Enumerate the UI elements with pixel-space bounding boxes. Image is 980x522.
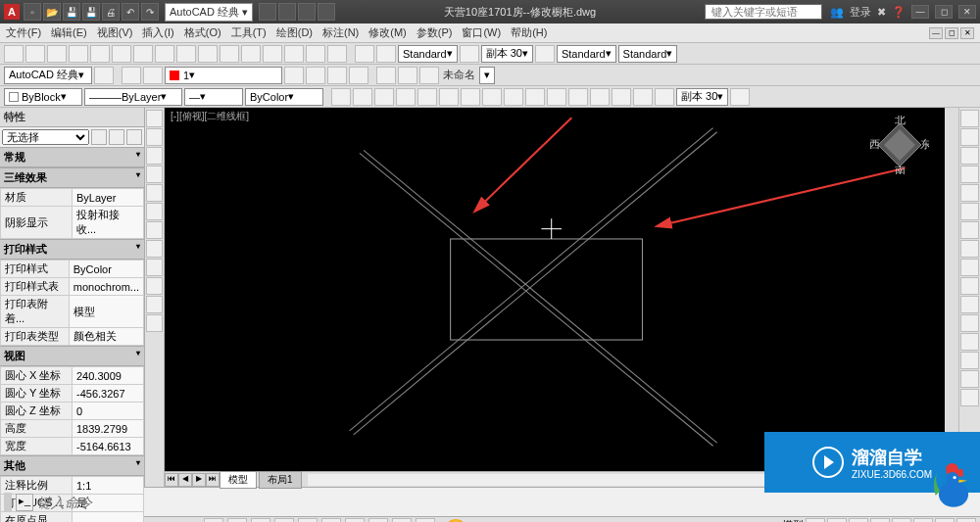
status-icon[interactable]	[913, 518, 933, 523]
osnap-toggle[interactable]	[298, 518, 318, 523]
workspace-combo[interactable]: AutoCAD 经典 ▾	[4, 67, 92, 84]
saveas-icon[interactable]: 💾	[82, 3, 100, 21]
tool-icon[interactable]	[568, 88, 588, 106]
region-icon[interactable]	[146, 314, 163, 332]
tool-icon[interactable]	[327, 45, 347, 63]
mirror-icon[interactable]	[960, 147, 979, 165]
section-printstyle[interactable]: 打印样式	[0, 239, 144, 260]
tool-icon[interactable]	[349, 67, 368, 84]
section-view[interactable]: 视图	[0, 346, 144, 366]
tool-icon[interactable]	[284, 67, 304, 84]
tool-icon[interactable]	[439, 88, 459, 106]
group-combo[interactable]: ▾	[479, 67, 495, 84]
break-icon[interactable]	[960, 314, 979, 332]
close-button[interactable]: ✕	[958, 5, 976, 19]
tool-icon[interactable]	[460, 45, 479, 63]
status-icon[interactable]	[806, 518, 825, 523]
exchange-icon[interactable]: ✖	[877, 6, 886, 19]
save-icon[interactable]: 💾	[63, 3, 80, 21]
status-icon[interactable]	[870, 518, 890, 523]
selection-dropdown[interactable]: 无选择	[2, 129, 89, 145]
qat-icon[interactable]	[278, 3, 296, 21]
tool-icon[interactable]	[69, 45, 88, 63]
tool-icon[interactable]	[461, 88, 480, 106]
tab-layout1[interactable]: 布局1	[259, 471, 302, 489]
tool-icon[interactable]	[122, 67, 141, 84]
qp-toggle[interactable]	[416, 518, 435, 523]
workspace-dropdown[interactable]: AutoCAD 经典 ▾	[165, 3, 253, 22]
tool-icon[interactable]	[633, 88, 653, 106]
tool-icon[interactable]	[525, 88, 545, 106]
tool-icon[interactable]	[133, 45, 153, 63]
menu-edit[interactable]: 编辑(E)	[51, 25, 87, 40]
tool-icon[interactable]	[590, 88, 610, 106]
tool-icon[interactable]	[25, 45, 45, 63]
tool-icon[interactable]	[374, 88, 394, 106]
tab-last-icon[interactable]: ⏭	[206, 473, 220, 487]
tool-icon[interactable]	[376, 67, 396, 84]
section-general[interactable]: 常规	[0, 147, 144, 167]
drawing-canvas[interactable]: [-][俯视][二维线框]	[165, 108, 958, 471]
explode-icon[interactable]	[960, 389, 979, 406]
section-3deffect[interactable]: 三维效果	[0, 167, 144, 188]
viewcube[interactable]: 北 南 东 西	[870, 116, 929, 174]
menu-insert[interactable]: 插入(I)	[142, 25, 173, 40]
tool-icon[interactable]	[547, 88, 566, 106]
tool-icon[interactable]	[263, 45, 282, 63]
tool-icon[interactable]	[306, 67, 325, 84]
tool-icon[interactable]	[331, 88, 351, 106]
otrack-toggle[interactable]	[321, 518, 341, 523]
tool-icon[interactable]	[417, 88, 437, 106]
status-icon[interactable]	[827, 518, 847, 523]
linetype-combo[interactable]: ——— ByLayer ▾	[84, 88, 182, 106]
redo-icon[interactable]: ↷	[141, 3, 159, 21]
dimstyle-combo[interactable]: 副本 30 ▾	[481, 45, 533, 63]
menu-tools[interactable]: 工具(T)	[231, 25, 267, 40]
status-icon[interactable]	[892, 518, 911, 523]
viewport-label[interactable]: [-][俯视][二维线框]	[171, 110, 249, 123]
fillet-icon[interactable]	[960, 370, 979, 388]
tool-icon[interactable]	[4, 45, 24, 63]
tool-icon[interactable]	[112, 45, 131, 63]
menu-view[interactable]: 视图(V)	[97, 25, 133, 40]
snap-toggle[interactable]	[204, 518, 223, 523]
text-icon[interactable]	[146, 240, 163, 258]
chamfer-icon[interactable]	[960, 352, 979, 369]
menu-file[interactable]: 文件(F)	[6, 25, 41, 40]
tool-icon[interactable]	[355, 45, 374, 63]
selectobj-icon[interactable]	[126, 129, 142, 145]
menu-draw[interactable]: 绘图(D)	[276, 25, 313, 40]
tab-model[interactable]: 模型	[220, 471, 257, 489]
qat-icon[interactable]	[298, 3, 316, 21]
maximize-button[interactable]: ◻	[935, 5, 953, 19]
tab-first-icon[interactable]: ⏮	[165, 473, 178, 487]
menu-help[interactable]: 帮助(H)	[511, 25, 547, 40]
dyn-toggle[interactable]	[368, 518, 388, 523]
tool-icon[interactable]	[535, 45, 555, 63]
lineweight-combo[interactable]: — ▾	[184, 88, 243, 106]
qat-icon[interactable]	[318, 3, 335, 21]
stretch-icon[interactable]	[960, 259, 979, 276]
tool-icon[interactable]	[176, 45, 196, 63]
textstyle-combo[interactable]: Standard ▾	[398, 45, 458, 63]
trim-icon[interactable]	[960, 277, 979, 295]
join-icon[interactable]	[960, 333, 979, 351]
scale-icon[interactable]	[960, 240, 979, 258]
doc-close-button[interactable]: ✕	[960, 27, 974, 39]
polar-toggle[interactable]	[274, 518, 294, 523]
grid-toggle[interactable]	[227, 518, 247, 523]
move-icon[interactable]	[960, 203, 979, 220]
menu-modify[interactable]: 修改(M)	[368, 25, 407, 40]
tool-icon[interactable]	[396, 88, 416, 106]
sun-icon[interactable]	[447, 519, 465, 523]
infocenter-icon[interactable]: 👥	[830, 6, 844, 19]
offset-icon[interactable]	[960, 166, 979, 183]
ellipse-icon[interactable]	[146, 203, 163, 220]
login-link[interactable]: 登录	[850, 5, 871, 20]
tab-prev-icon[interactable]: ◀	[178, 473, 192, 487]
tool-icon[interactable]	[241, 45, 261, 63]
layer-combo[interactable]: 1 ▾	[165, 67, 282, 84]
tool-icon[interactable]	[220, 45, 239, 63]
vertical-scrollbar[interactable]	[945, 108, 958, 471]
tool-icon[interactable]	[94, 67, 114, 84]
